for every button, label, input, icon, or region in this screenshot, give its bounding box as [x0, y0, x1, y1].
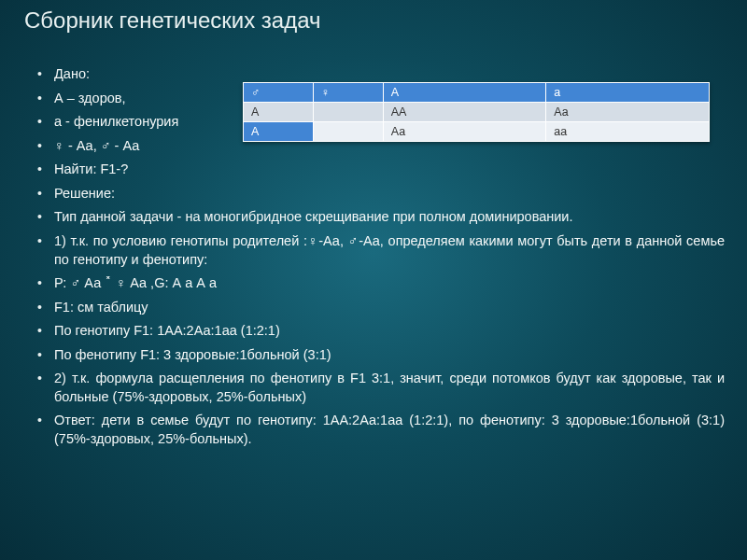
table-row: А Аа аа	[244, 122, 710, 142]
list-item: Дано:	[37, 65, 725, 84]
list-item: F1: см таблицу	[37, 299, 725, 317]
cell: Аа	[546, 103, 710, 122]
punnett-table: ♂ ♀ А а А АА Аа А Аа аа	[243, 82, 710, 142]
list-item: Ответ: дети в семье будут по генотипу: 1…	[37, 412, 725, 448]
list-item: Р: ♂ Аа ˟ ♀ Аа ,G: А а А а	[37, 274, 725, 293]
list-item: Найти: F1-?	[37, 161, 725, 179]
cell: Аа	[383, 122, 546, 142]
cell: А	[244, 122, 314, 142]
list-item: Тип данной задачи - на моногибридное скр…	[37, 208, 725, 227]
list-item: По генотипу F1: 1АА:2Аа:1аа (1:2:1)	[37, 322, 725, 341]
th-A: А	[383, 83, 546, 103]
table-row: А АА Аа	[244, 103, 710, 122]
cell: аа	[546, 122, 710, 142]
cell	[313, 103, 383, 122]
table-header-row: ♂ ♀ А а	[244, 83, 710, 103]
th-a: а	[546, 83, 710, 103]
slide-title: Сборник генетических задач	[24, 7, 320, 34]
list-item: По фенотипу F1: 3 здоровые:1больной (3:1…	[37, 346, 725, 365]
cell: А	[244, 103, 314, 122]
list-item: 1) т.к. по условию генотипы родителей :♀…	[37, 232, 725, 269]
punnett-table-wrap: ♂ ♀ А а А АА Аа А Аа аа	[243, 82, 710, 142]
list-item: Решение:	[37, 185, 725, 203]
th-female: ♀	[313, 83, 383, 103]
list-item: 2) т.к. формула расщепления по фенотипу …	[37, 370, 725, 406]
th-male: ♂	[244, 83, 314, 103]
cell	[313, 122, 383, 142]
cell: АА	[383, 103, 546, 122]
